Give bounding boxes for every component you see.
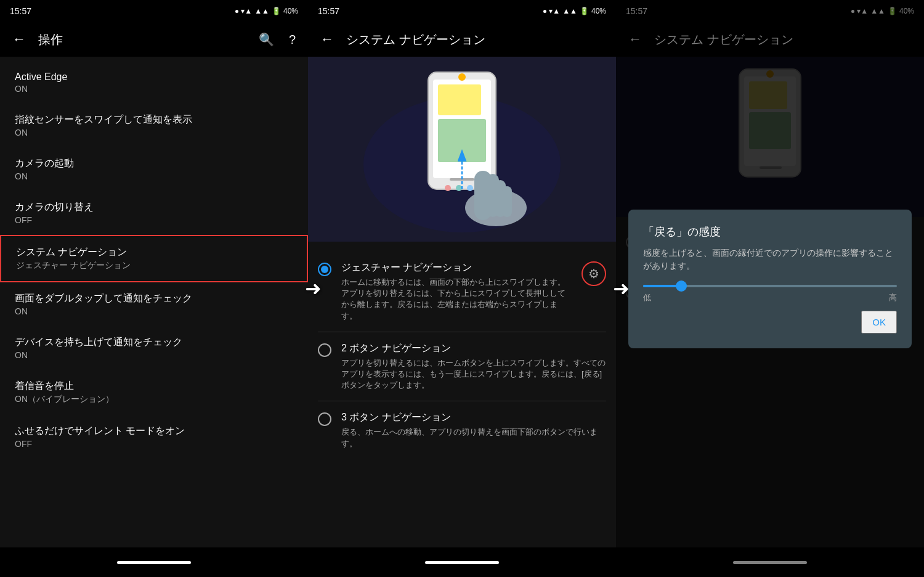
gesture-nav-desc: ホームに移動するには、画面の下部から上にスワイプします。アプリを切り替えるには、…	[341, 277, 572, 322]
setting-sub: ON（バイブレーション）	[15, 394, 293, 405]
home-indicator-2	[425, 561, 499, 564]
battery-icon: 🔋	[272, 7, 281, 15]
setting-title: 画面をダブルタップして通知をチェック	[15, 292, 293, 305]
status-bar-1: 15:57 ▾▲ ▲▲ 🔋 40%	[0, 0, 308, 22]
setting-camera-launch[interactable]: カメラの起動 ON	[0, 147, 308, 191]
setting-title: 指紋センサーをスワイプして通知を表示	[15, 113, 293, 126]
setting-camera-switch[interactable]: カメラの切り替え OFF	[0, 191, 308, 235]
top-bar-2: ← システム ナビゲーション	[308, 22, 616, 57]
setting-title: システム ナビゲーション	[16, 246, 292, 259]
nav-illustration	[354, 66, 570, 232]
signal-icon: ▲▲	[254, 7, 269, 15]
setting-system-nav[interactable]: システム ナビゲーション ジェスチャー ナビゲーション	[0, 235, 308, 282]
status-time-1: 15:57	[10, 6, 31, 16]
three-btn-nav-desc: 戻る、ホームへの移動、アプリの切り替えを画面下部のボタンで行います。	[341, 427, 606, 449]
radio-inner-gesture	[321, 266, 328, 273]
nav-option-gesture[interactable]: ジェスチャー ナビゲーション ホームに移動するには、画面の下部から上にスワイプし…	[318, 252, 606, 332]
status-icons-1: ▾▲ ▲▲ 🔋 40%	[235, 7, 298, 15]
setting-title: カメラの起動	[15, 157, 293, 170]
slider-low-label: 低	[643, 292, 651, 303]
setting-sub: ジェスチャー ナビゲーション	[16, 260, 292, 271]
panel-3: 15:57 ▾▲ ▲▲ 🔋 40% ← システム ナビゲーション	[616, 0, 924, 577]
setting-sub: ON	[15, 84, 293, 94]
svg-point-7	[445, 185, 451, 191]
svg-point-5	[458, 73, 466, 81]
ok-button[interactable]: OK	[861, 311, 897, 334]
setting-title: カメラの切り替え	[15, 201, 293, 214]
gesture-nav-text: ジェスチャー ナビゲーション ホームに移動するには、画面の下部から上にスワイプし…	[341, 261, 572, 322]
back-button-2[interactable]: ←	[318, 29, 336, 50]
svg-point-9	[467, 185, 473, 191]
radio-3btn[interactable]	[318, 412, 331, 426]
arrow-2-3: ➜	[613, 277, 630, 300]
nav-option-3btn[interactable]: 3 ボタン ナビゲーション 戻る、ホームへの移動、アプリの切り替えを画面下部のボ…	[318, 401, 606, 459]
arrow-1-2: ➜	[305, 277, 322, 300]
settings-list: Active Edge ON 指紋センサーをスワイプして通知を表示 ON カメラ…	[0, 57, 308, 547]
search-icon-1[interactable]: 🔍	[256, 30, 277, 49]
nav-options-list: ジェスチャー ナビゲーション ホームに移動するには、画面の下部から上にスワイプし…	[308, 242, 616, 547]
svg-rect-4	[438, 119, 486, 162]
dialog-desc: 感度を上げると、画面の縁付近でのアプリの操作に影響することがあります。	[643, 247, 897, 272]
three-btn-nav-text: 3 ボタン ナビゲーション 戻る、ホームへの移動、アプリの切り替えを画面下部のボ…	[341, 411, 606, 449]
battery-pct-2: 40%	[591, 7, 606, 15]
setting-sub: ON	[15, 171, 293, 181]
two-btn-nav-desc: アプリを切り替えるには、ホームボタンを上にスワイプします。すべてのアプリを表示す…	[341, 358, 606, 391]
svg-rect-14	[502, 186, 512, 217]
gesture-settings-button[interactable]: ⚙	[582, 261, 606, 286]
status-bar-2: 15:57 ▾▲ ▲▲ 🔋 40%	[308, 0, 616, 22]
sensitivity-slider-container: 低 高	[643, 285, 897, 303]
status-icons-2: ▾▲ ▲▲ 🔋 40%	[543, 7, 606, 15]
bottom-nav-2	[308, 547, 616, 577]
slider-labels: 低 高	[643, 292, 897, 303]
slider-track[interactable]	[643, 285, 897, 287]
top-bar-1: ← 操作 🔍 ?	[0, 22, 308, 57]
help-icon-1[interactable]: ?	[286, 30, 298, 49]
system-nav-panel-3: 15:57 ▾▲ ▲▲ 🔋 40% ← システム ナビゲーション	[616, 0, 924, 577]
setting-title: ふせるだけでサイレント モードをオン	[15, 425, 293, 438]
signal-dot	[235, 10, 238, 13]
two-btn-nav-title: 2 ボタン ナビゲーション	[341, 342, 606, 355]
three-btn-nav-title: 3 ボタン ナビゲーション	[341, 411, 606, 424]
dialog-actions: OK	[643, 311, 897, 334]
svg-point-8	[456, 185, 462, 191]
gesture-nav-title: ジェスチャー ナビゲーション	[341, 261, 572, 274]
setting-ring-stop[interactable]: 着信音を停止 ON（バイブレーション）	[0, 370, 308, 415]
signal-icon-2: ▲▲	[562, 7, 577, 15]
setting-active-edge[interactable]: Active Edge ON	[0, 62, 308, 104]
page-title-2: システム ナビゲーション	[346, 31, 606, 48]
svg-rect-3	[438, 84, 481, 115]
battery-icon-2: 🔋	[580, 7, 589, 15]
wifi-icon: ▾▲	[241, 7, 252, 15]
setting-sub: OFF	[15, 439, 293, 449]
setting-sub: OFF	[15, 215, 293, 225]
signal-dot-2	[543, 10, 546, 13]
settings-panel: 15:57 ▾▲ ▲▲ 🔋 40% ← 操作 🔍 ? Active Edge O…	[0, 0, 308, 577]
setting-silent-mode[interactable]: ふせるだけでサイレント モードをオン OFF	[0, 415, 308, 459]
illustration-area	[308, 57, 616, 242]
nav-option-2btn[interactable]: 2 ボタン ナビゲーション アプリを切り替えるには、ホームボタンを上にスワイプし…	[318, 332, 606, 402]
bottom-nav-1	[0, 547, 308, 577]
back-button-1[interactable]: ←	[10, 29, 28, 50]
setting-lift-check[interactable]: デバイスを持ち上げて通知をチェック ON	[0, 326, 308, 370]
slider-thumb[interactable]	[676, 280, 687, 292]
setting-title: デバイスを持ち上げて通知をチェック	[15, 336, 293, 349]
home-indicator-1	[117, 561, 191, 564]
radio-gesture[interactable]	[318, 263, 331, 276]
setting-title: Active Edge	[15, 72, 293, 83]
slider-high-label: 高	[889, 292, 897, 303]
dialog-title: 「戻る」の感度	[643, 224, 897, 239]
radio-2btn[interactable]	[318, 343, 331, 357]
setting-double-tap[interactable]: 画面をダブルタップして通知をチェック ON	[0, 282, 308, 326]
setting-sub: ON	[15, 128, 293, 137]
wifi-icon-2: ▾▲	[549, 7, 560, 15]
setting-title: 着信音を停止	[15, 380, 293, 393]
two-btn-nav-text: 2 ボタン ナビゲーション アプリを切り替えるには、ホームボタンを上にスワイプし…	[341, 342, 606, 391]
page-title-1: 操作	[38, 31, 246, 48]
back-sensitivity-dialog: 「戻る」の感度 感度を上げると、画面の縁付近でのアプリの操作に影響することがあり…	[628, 210, 912, 348]
system-nav-panel: 15:57 ▾▲ ▲▲ 🔋 40% ← システム ナビゲーション	[308, 0, 616, 577]
panel-2: 15:57 ▾▲ ▲▲ 🔋 40% ← システム ナビゲーション	[308, 0, 616, 577]
setting-fingerprint-swipe[interactable]: 指紋センサーをスワイプして通知を表示 ON	[0, 104, 308, 147]
battery-pct-1: 40%	[283, 7, 298, 15]
status-time-2: 15:57	[318, 6, 339, 16]
panel-1: 15:57 ▾▲ ▲▲ 🔋 40% ← 操作 🔍 ? Active Edge O…	[0, 0, 308, 577]
